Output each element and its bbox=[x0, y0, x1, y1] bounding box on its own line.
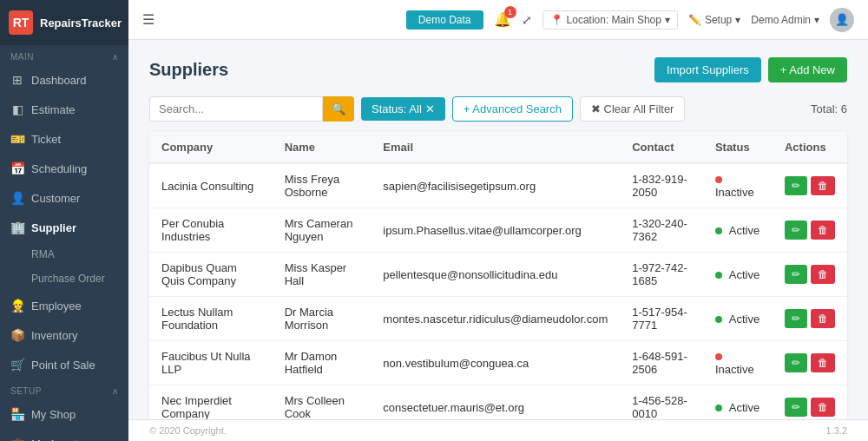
table-header-row: Company Name Email Contact Status Action… bbox=[149, 132, 847, 163]
status-filter-button[interactable]: Status: All ✕ bbox=[361, 97, 445, 121]
status-dot-icon bbox=[715, 405, 722, 411]
demo-data-tab[interactable]: Demo Data bbox=[406, 10, 483, 30]
page-title: Suppliers bbox=[149, 60, 228, 80]
cell-company: Faucibus Ut Nulla LLP bbox=[149, 341, 273, 385]
setup-icon: ✏️ bbox=[688, 14, 701, 26]
cell-company: Per Conubia Industries bbox=[149, 208, 273, 253]
pos-icon: 🛒 bbox=[10, 358, 24, 372]
delete-button[interactable]: 🗑 bbox=[811, 220, 835, 240]
status-text: Active bbox=[729, 224, 760, 237]
sidebar-item-supplier[interactable]: 🏢 Supplier bbox=[0, 213, 128, 242]
cell-company: Lacinia Consulting bbox=[149, 163, 273, 208]
supplier-icon: 🏢 bbox=[10, 220, 24, 234]
cell-email: non.vestibulum@conguea.ca bbox=[371, 341, 620, 385]
table-row: Faucibus Ut Nulla LLP Mr Damon Hatfield … bbox=[149, 341, 847, 385]
edit-button[interactable]: ✏ bbox=[785, 353, 807, 372]
cell-contact: 1-648-591-2506 bbox=[620, 341, 703, 385]
delete-button[interactable]: 🗑 bbox=[811, 176, 835, 195]
status-text: Inactive bbox=[715, 363, 754, 376]
status-dot-icon bbox=[715, 316, 722, 323]
sidebar-item-customer[interactable]: 👤 Customer bbox=[0, 183, 128, 213]
search-button[interactable]: 🔍 bbox=[323, 96, 354, 122]
cell-name: Mrs Cameran Nguyen bbox=[273, 208, 372, 253]
import-suppliers-button[interactable]: Import Suppliers bbox=[654, 57, 761, 82]
col-contact: Contact bbox=[620, 132, 703, 163]
cell-status: Inactive bbox=[703, 341, 773, 385]
edit-button[interactable]: ✏ bbox=[785, 176, 807, 195]
edit-button[interactable]: ✏ bbox=[785, 398, 807, 417]
status-dot-icon bbox=[715, 353, 722, 360]
sidebar-item-employee[interactable]: 👷 Employee bbox=[0, 291, 128, 320]
cell-email: sapien@facilisisegetipsum.org bbox=[371, 163, 620, 208]
col-company: Company bbox=[149, 132, 273, 163]
delete-button[interactable]: 🗑 bbox=[811, 265, 835, 284]
sidebar-item-my-shop[interactable]: 🏪 My Shop bbox=[0, 399, 128, 429]
delete-button[interactable]: 🗑 bbox=[811, 309, 835, 328]
cell-status: Active bbox=[703, 208, 773, 253]
sidebar-item-estimate[interactable]: ◧ Estimate bbox=[0, 95, 128, 124]
sidebar-item-label: My Shop bbox=[31, 408, 76, 421]
edit-button[interactable]: ✏ bbox=[785, 309, 807, 328]
content-area: Suppliers Import Suppliers + Add New 🔍 S… bbox=[128, 40, 868, 419]
delete-button[interactable]: 🗑 bbox=[811, 398, 835, 417]
my-assets-icon: 💼 bbox=[10, 437, 24, 441]
add-new-button[interactable]: + Add New bbox=[768, 57, 847, 82]
sidebar-item-label: Employee bbox=[31, 299, 82, 313]
setup-dropdown[interactable]: ✏️ Setup ▾ bbox=[688, 14, 740, 26]
sidebar-item-rma[interactable]: RMA bbox=[0, 242, 128, 267]
main-content: ☰ Demo Data 🔔 1 ⤢ 📍 Location: Main Shop … bbox=[128, 0, 868, 441]
status-text: Active bbox=[729, 313, 760, 326]
status-text: Active bbox=[729, 268, 760, 281]
sidebar-item-inventory[interactable]: 📦 Inventory bbox=[0, 320, 128, 350]
sidebar-item-label: Dashboard bbox=[31, 74, 87, 87]
sidebar-item-my-assets[interactable]: 💼 My Assets bbox=[0, 429, 128, 441]
cell-company: Lectus Nullam Foundation bbox=[149, 297, 273, 341]
sidebar: RT RepairsTracker Main ∧ ⊞ Dashboard ◧ E… bbox=[0, 0, 128, 441]
cell-actions: ✏ 🗑 bbox=[773, 253, 847, 297]
cell-email: pellentesque@nonsollicitudina.edu bbox=[371, 253, 620, 297]
setup-chevron-icon: ▾ bbox=[735, 14, 740, 26]
scheduling-icon: 📅 bbox=[10, 161, 24, 175]
search-input[interactable] bbox=[149, 96, 323, 122]
cell-email: ipsum.Phasellus.vitae@ullamcorper.org bbox=[371, 208, 620, 253]
cell-name: Miss Kasper Hall bbox=[273, 253, 372, 297]
cell-company: Nec Imperdiet Company bbox=[149, 385, 273, 420]
col-actions: Actions bbox=[773, 132, 847, 163]
advanced-search-button[interactable]: + Advanced Search bbox=[452, 96, 573, 122]
sidebar-item-label: Scheduling bbox=[31, 162, 87, 175]
delete-button[interactable]: 🗑 bbox=[811, 353, 835, 372]
purchase-order-label: Purchase Order bbox=[31, 273, 105, 285]
edit-button[interactable]: ✏ bbox=[785, 265, 807, 284]
sidebar-item-point-of-sale[interactable]: 🛒 Point of Sale bbox=[0, 350, 128, 379]
sidebar-item-dashboard[interactable]: ⊞ Dashboard bbox=[0, 65, 128, 95]
expand-icon[interactable]: ⤢ bbox=[522, 13, 532, 27]
sidebar-item-scheduling[interactable]: 📅 Scheduling bbox=[0, 154, 128, 183]
cell-contact: 1-517-954-7771 bbox=[620, 297, 703, 341]
cell-status: Active bbox=[703, 385, 773, 420]
topbar: ☰ Demo Data 🔔 1 ⤢ 📍 Location: Main Shop … bbox=[128, 0, 868, 40]
menu-icon[interactable]: ☰ bbox=[142, 11, 155, 28]
location-selector[interactable]: 📍 Location: Main Shop ▾ bbox=[542, 10, 678, 30]
sidebar-item-ticket[interactable]: 🎫 Ticket bbox=[0, 124, 128, 154]
notification-badge: 1 bbox=[504, 6, 516, 18]
avatar[interactable]: 👤 bbox=[830, 8, 854, 32]
col-name: Name bbox=[273, 132, 372, 163]
search-wrapper: 🔍 bbox=[149, 96, 354, 122]
setup-section-label: Setup ∧ bbox=[0, 379, 128, 399]
edit-button[interactable]: ✏ bbox=[785, 220, 807, 240]
notification-bell[interactable]: 🔔 1 bbox=[494, 11, 511, 28]
cell-company: Dapibus Quam Quis Company bbox=[149, 253, 273, 297]
employee-icon: 👷 bbox=[10, 299, 24, 313]
inventory-icon: 📦 bbox=[10, 328, 24, 342]
clear-filter-button[interactable]: ✖ Clear All Filter bbox=[580, 96, 686, 122]
total-label: Total: 6 bbox=[811, 102, 847, 115]
cell-status: Active bbox=[703, 297, 773, 341]
page-header: Suppliers Import Suppliers + Add New bbox=[149, 57, 847, 82]
status-text: Active bbox=[729, 401, 760, 414]
setup-label: Setup bbox=[705, 14, 732, 26]
cell-contact: 1-972-742-1685 bbox=[620, 253, 703, 297]
sidebar-header: RT RepairsTracker bbox=[0, 0, 128, 45]
admin-dropdown[interactable]: Demo Admin ▾ bbox=[751, 14, 819, 26]
location-chevron-icon: ▾ bbox=[665, 14, 670, 26]
sidebar-item-purchase-order[interactable]: Purchase Order bbox=[0, 267, 128, 291]
